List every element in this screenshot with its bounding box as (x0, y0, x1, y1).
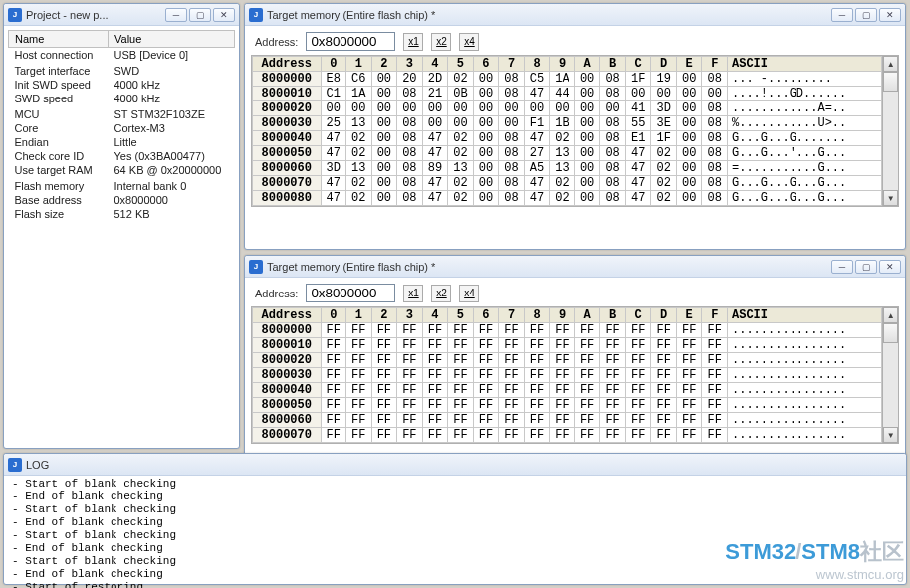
hex-byte[interactable]: FF (574, 398, 600, 413)
hex-byte[interactable]: 13 (550, 161, 575, 176)
hex-byte[interactable]: 00 (371, 131, 397, 146)
hex-byte[interactable]: 02 (448, 191, 474, 206)
property-row[interactable]: Check core IDYes (0x3BA00477) (9, 149, 235, 163)
hex-byte[interactable]: FF (600, 413, 626, 428)
hex-byte[interactable]: FF (651, 398, 677, 413)
hex-byte[interactable]: FF (676, 323, 702, 338)
hex-byte[interactable]: FF (321, 413, 346, 428)
zoom-x1-button[interactable]: x1 (403, 285, 423, 302)
hex-byte[interactable]: FF (448, 368, 474, 383)
property-row[interactable]: Init SWD speed4000 kHz (9, 78, 235, 92)
hex-byte[interactable]: FF (346, 413, 372, 428)
hex-table-bottom[interactable]: Address0123456789ABCDEFASCII 8000000FFFF… (252, 307, 882, 443)
hex-byte[interactable]: 08 (499, 161, 525, 176)
hex-byte[interactable]: 00 (473, 116, 499, 131)
hex-byte[interactable]: 3D (321, 161, 346, 176)
hex-byte[interactable]: 00 (473, 87, 499, 101)
hex-byte[interactable]: 13 (550, 146, 575, 161)
hex-byte[interactable]: 08 (397, 161, 423, 176)
hex-byte[interactable]: 3E (651, 116, 677, 131)
hex-byte[interactable]: FF (600, 323, 626, 338)
hex-byte[interactable]: 08 (702, 101, 728, 116)
hex-byte[interactable]: FF (550, 338, 575, 353)
hex-byte[interactable]: 02 (448, 146, 474, 161)
hex-byte[interactable]: 00 (448, 116, 474, 131)
zoom-x1-button[interactable]: x1 (403, 33, 423, 51)
hex-byte[interactable]: 08 (499, 146, 525, 161)
hex-byte[interactable]: FF (676, 413, 702, 428)
hex-byte[interactable]: 47 (321, 146, 346, 161)
hex-byte[interactable]: 00 (676, 101, 702, 116)
hex-byte[interactable]: FF (625, 428, 651, 443)
hex-byte[interactable]: F1 (524, 116, 550, 131)
memory-titlebar-bottom[interactable]: J Target memory (Entire flash chip) * ─ … (245, 256, 905, 278)
hex-byte[interactable]: 47 (524, 191, 550, 206)
hex-byte[interactable]: FF (625, 353, 651, 368)
hex-byte[interactable]: E1 (625, 131, 651, 146)
hex-byte[interactable]: 44 (550, 87, 575, 101)
hex-byte[interactable]: FF (448, 323, 474, 338)
hex-row[interactable]: 800008047020008470200084702000847020008G… (253, 191, 882, 206)
hex-row[interactable]: 80000302513000800000000F11B0008553E0008%… (253, 116, 882, 131)
hex-byte[interactable]: FF (600, 368, 626, 383)
hex-table-top[interactable]: Address0123456789ABCDEFASCII 8000000E8C6… (252, 56, 882, 206)
hex-byte[interactable]: FF (397, 353, 423, 368)
hex-row[interactable]: 8000070FFFFFFFFFFFFFFFFFFFFFFFFFFFFFFFF.… (253, 428, 882, 443)
hex-byte[interactable]: FF (550, 398, 575, 413)
hex-byte[interactable]: FF (625, 338, 651, 353)
hex-byte[interactable]: FF (397, 413, 423, 428)
hex-byte[interactable]: 1A (550, 72, 575, 87)
hex-row[interactable]: 8000010C11A0008210B00084744000800000000.… (253, 87, 882, 101)
hex-byte[interactable]: FF (676, 353, 702, 368)
hex-byte[interactable]: 27 (524, 146, 550, 161)
hex-byte[interactable]: FF (651, 383, 677, 398)
hex-byte[interactable]: 00 (473, 161, 499, 176)
hex-byte[interactable]: 00 (574, 146, 600, 161)
hex-byte[interactable]: FF (448, 353, 474, 368)
hex-byte[interactable]: 47 (422, 131, 448, 146)
maximize-button[interactable]: ▢ (189, 8, 211, 22)
hex-byte[interactable]: 08 (702, 146, 728, 161)
hex-byte[interactable]: FF (702, 323, 728, 338)
hex-byte[interactable]: 00 (371, 116, 397, 131)
zoom-x2-button[interactable]: x2 (431, 33, 451, 51)
hex-byte[interactable]: 08 (702, 161, 728, 176)
hex-byte[interactable]: 08 (397, 116, 423, 131)
hex-byte[interactable]: FF (448, 398, 474, 413)
property-row[interactable]: Use target RAM64 KB @ 0x20000000 (9, 163, 235, 177)
property-row[interactable]: Flash memoryInternal bank 0 (9, 179, 235, 193)
hex-byte[interactable]: 00 (574, 87, 600, 101)
hex-byte[interactable]: FF (550, 323, 575, 338)
hex-byte[interactable]: 00 (346, 101, 372, 116)
hex-byte[interactable]: FF (448, 383, 474, 398)
col-value[interactable]: Value (109, 31, 235, 48)
hex-byte[interactable]: FF (524, 428, 550, 443)
hex-byte[interactable]: 00 (422, 116, 448, 131)
hex-byte[interactable]: FF (574, 428, 600, 443)
hex-row[interactable]: 8000060FFFFFFFFFFFFFFFFFFFFFFFFFFFFFFFF.… (253, 413, 882, 428)
hex-byte[interactable]: 08 (600, 116, 626, 131)
hex-byte[interactable]: 02 (346, 146, 372, 161)
hex-byte[interactable]: FF (600, 383, 626, 398)
hex-byte[interactable]: 13 (448, 161, 474, 176)
hex-byte[interactable]: 2D (422, 72, 448, 87)
hex-byte[interactable]: FF (524, 413, 550, 428)
hex-byte[interactable]: 02 (651, 176, 677, 191)
hex-byte[interactable]: FF (702, 338, 728, 353)
hex-byte[interactable]: 1A (346, 87, 372, 101)
hex-byte[interactable]: FF (422, 398, 448, 413)
hex-byte[interactable]: 47 (422, 176, 448, 191)
hex-byte[interactable]: 00 (574, 116, 600, 131)
hex-row[interactable]: 8000020000000000000000000000000413D0008.… (253, 101, 882, 116)
hex-byte[interactable]: FF (473, 428, 499, 443)
property-row[interactable]: Base address0x8000000 (9, 193, 235, 207)
hex-byte[interactable]: 1F (651, 131, 677, 146)
hex-byte[interactable]: FF (371, 338, 397, 353)
hex-byte[interactable]: 00 (473, 101, 499, 116)
hex-byte[interactable]: FF (499, 368, 525, 383)
hex-byte[interactable]: 00 (676, 131, 702, 146)
hex-byte[interactable]: 47 (625, 161, 651, 176)
hex-byte[interactable]: FF (448, 413, 474, 428)
scroll-thumb[interactable] (883, 323, 898, 343)
hex-byte[interactable]: FF (499, 428, 525, 443)
